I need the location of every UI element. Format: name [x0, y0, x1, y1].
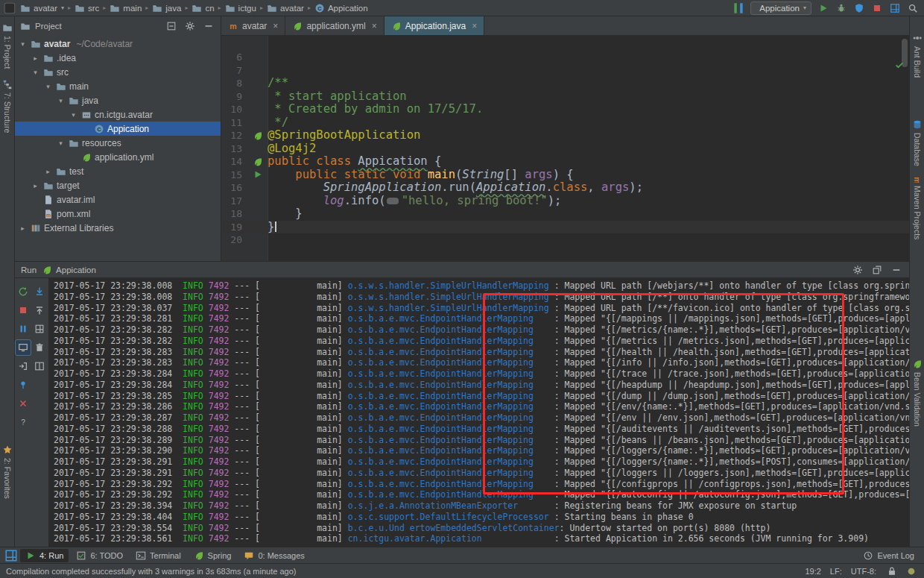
trash-button[interactable] — [32, 340, 47, 355]
exit-button[interactable] — [16, 359, 31, 374]
toolwindow-button-terminal[interactable]: Terminal — [130, 549, 186, 562]
monitor-button[interactable] — [16, 340, 31, 355]
breadcrumb-item-appication[interactable]: CAppication — [312, 2, 370, 14]
settings-gear-button[interactable] — [183, 19, 197, 33]
help-button[interactable]: ? — [16, 415, 31, 430]
tree-expander-icon[interactable]: ▸ — [43, 168, 53, 175]
tree-expander-icon[interactable]: ▸ — [18, 224, 28, 232]
breadcrumb-item-avatar[interactable]: avatar▾ — [18, 2, 66, 14]
tool-strip-ant-build[interactable]: Ant Build — [912, 33, 923, 78]
package-icon — [81, 110, 92, 120]
tool-strip-1-project[interactable]: 1: Project — [2, 22, 13, 69]
stop-button[interactable] — [870, 1, 884, 15]
gutter-icon-slot[interactable] — [248, 131, 268, 141]
stop-button[interactable] — [16, 303, 31, 318]
pause-button[interactable] — [16, 321, 31, 336]
pin-button[interactable] — [16, 377, 31, 392]
toolwindow-button-6-todo[interactable]: 6: TODO — [71, 549, 128, 562]
tree-item-idea[interactable]: ▸.idea — [15, 51, 221, 65]
tab-close-icon[interactable]: × — [273, 21, 278, 31]
tree-expander-icon[interactable]: ▾ — [18, 40, 28, 48]
leaf-icon — [912, 359, 923, 369]
toolwindow-button-event-log[interactable]: Event Log — [858, 549, 920, 562]
restore-button[interactable] — [32, 321, 47, 336]
run-panel-title: Run — [21, 266, 37, 274]
code-editor[interactable]: 678/**9 * start application10 * Created … — [221, 36, 909, 261]
tree-item-resources[interactable]: ▾resources — [15, 136, 221, 150]
tree-expander-icon[interactable]: ▾ — [31, 69, 40, 76]
tree-expander-icon[interactable]: ▾ — [69, 111, 78, 119]
tab-close-icon[interactable]: × — [472, 21, 477, 31]
tool-strip-7-structure[interactable]: 7: Structure — [2, 79, 13, 133]
tree-item-main[interactable]: ▾main — [15, 79, 221, 93]
search-button[interactable] — [906, 1, 920, 15]
hide-button[interactable] — [202, 19, 215, 33]
scroll-up-button[interactable] — [32, 303, 47, 318]
encoding-widget[interactable]: UTF-8: — [851, 567, 876, 576]
run-config-combo[interactable]: Appication ▾ — [750, 1, 811, 15]
line-number: 19 — [221, 221, 248, 234]
coverage-button[interactable] — [852, 1, 866, 15]
tab-appication-java[interactable]: Appication.java× — [385, 16, 484, 35]
rerun-button[interactable] — [16, 284, 31, 299]
tree-expander-icon[interactable]: ▾ — [43, 83, 53, 90]
tree-item-application-yml[interactable]: application.yml — [15, 150, 221, 164]
tab-application-yml[interactable]: application.yml× — [285, 16, 384, 35]
breadcrumb-item-cn[interactable]: cn — [189, 2, 216, 14]
run-console[interactable]: 2017-05-17 23:29:38.008 INFO 7492 --- [ … — [49, 278, 909, 547]
tree-item-appication[interactable]: CAppication — [15, 122, 221, 136]
tree-item-avatar[interactable]: ▾avatar~/Code/avatar — [15, 37, 221, 51]
breadcrumb-item-avatar[interactable]: avatar — [265, 2, 306, 14]
inspection-ok-icon[interactable] — [894, 60, 905, 70]
columns-icon[interactable] — [732, 1, 745, 15]
caret-position-widget[interactable]: 19:2 — [805, 567, 820, 576]
tool-window-bar: 4: Run6: TODOTerminalSpring0: Messages E… — [0, 547, 924, 563]
tab-avatar[interactable]: mavatar× — [221, 16, 285, 35]
run-config-label: Appication — [759, 4, 800, 13]
tool-strip-bean-validation[interactable]: Bean Validation — [912, 359, 923, 427]
breadcrumb-item-java[interactable]: java — [150, 2, 183, 14]
bug-button[interactable] — [835, 1, 848, 15]
float-button[interactable] — [870, 263, 884, 277]
breadcrumb-item-ictgu[interactable]: ictgu — [223, 2, 259, 14]
editor-line: 9 * start application — [221, 90, 909, 104]
tree-expander-icon[interactable]: ▸ — [31, 54, 40, 62]
tree-item-target[interactable]: ▸target — [15, 178, 221, 192]
tree-expander-icon[interactable]: ▸ — [31, 182, 40, 189]
tool-strip-maven-projects[interactable]: mMaven Projects — [912, 172, 923, 239]
hector-button[interactable] — [905, 565, 918, 578]
hide-button[interactable] — [890, 263, 903, 277]
lock-button[interactable] — [885, 565, 899, 578]
tree-item-java[interactable]: ▾java — [15, 93, 221, 107]
breadcrumb-item-src[interactable]: src — [72, 2, 101, 14]
toolwindow-button-4-run[interactable]: 4: Run — [20, 549, 69, 562]
tool-strip-database[interactable]: Database — [912, 119, 923, 166]
tool-window-switcher-icon[interactable] — [4, 549, 18, 562]
tree-item-test[interactable]: ▸test — [15, 164, 221, 178]
toolwindow-button-spring[interactable]: Spring — [189, 549, 237, 562]
toolwindow-button-0-messages[interactable]: 0: Messages — [238, 549, 309, 562]
tree-item-src[interactable]: ▾src — [15, 65, 221, 79]
tree-item-cn-ictgu-avatar[interactable]: ▾cn.ictgu.avatar — [15, 107, 221, 122]
split-button[interactable] — [32, 359, 47, 374]
line-ending-widget[interactable]: LF: — [830, 567, 842, 576]
tab-close-icon[interactable]: × — [372, 21, 377, 31]
help-icon: ? — [18, 417, 28, 427]
toolgrid-button[interactable] — [888, 1, 902, 15]
tool-strip-2-favorites[interactable]: 2: Favorites — [2, 445, 13, 499]
tree-expander-icon[interactable]: ▾ — [56, 139, 66, 147]
tree-expander-icon[interactable]: ▾ — [56, 97, 66, 104]
collapse-button[interactable] — [165, 19, 178, 33]
settings-gear-button[interactable] — [851, 263, 864, 277]
folder-icon — [152, 3, 162, 13]
gutter-icon-slot[interactable] — [248, 157, 268, 167]
tree-item-avatar-iml[interactable]: avatar.iml — [15, 192, 221, 207]
tree-item-external-libraries[interactable]: ▸External Libraries — [15, 221, 221, 235]
gutter-icon-slot[interactable] — [248, 169, 268, 180]
tree-item-pom-xml[interactable]: mpom.xml — [15, 207, 221, 221]
scroll-down-button[interactable] — [32, 284, 47, 299]
console-line: 2017-05-17 23:29:38.282 INFO 7492 --- [ … — [54, 336, 909, 347]
play-button[interactable] — [817, 1, 830, 15]
breadcrumb-item-main[interactable]: main — [107, 2, 144, 14]
close-button[interactable] — [16, 396, 31, 411]
